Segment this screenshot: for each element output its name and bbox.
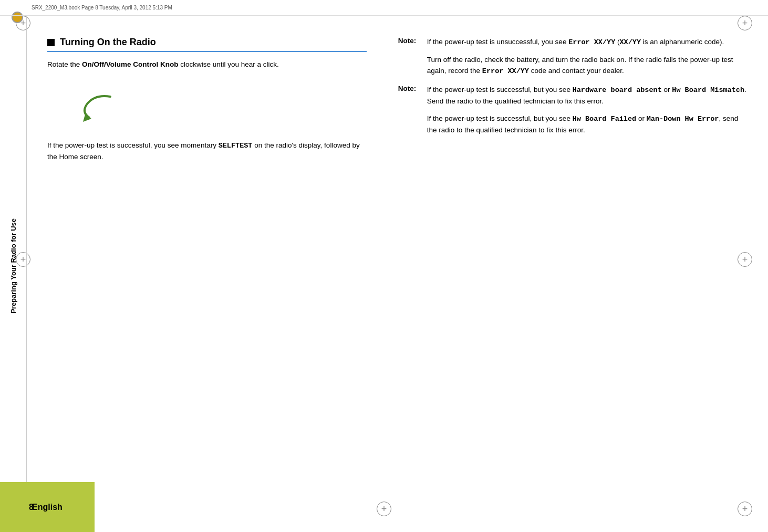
hw-board-mismatch: Hw Board Mismatch bbox=[672, 86, 744, 94]
note-content-2: If the power-up test is successful, but … bbox=[427, 85, 747, 136]
arrow-illustration bbox=[79, 91, 367, 124]
note-label-1: Note: bbox=[398, 37, 427, 77]
note-label-2: Note: bbox=[398, 85, 427, 136]
curved-arrow-icon bbox=[79, 91, 121, 123]
note2-para2: If the power-up test is successful, but … bbox=[427, 113, 747, 136]
man-down-error: Man-Down Hw Error bbox=[647, 115, 719, 123]
header-bar: SRX_2200_M3.book Page 8 Tuesday, April 3… bbox=[0, 0, 768, 16]
error-code-2: XX/YY bbox=[620, 38, 641, 46]
selftest-paragraph: If the power-up test is successful, you … bbox=[47, 140, 367, 163]
header-text: SRX_2200_M3.book Page 8 Tuesday, April 3… bbox=[32, 5, 172, 11]
sidebar-label: Preparing Your Radio for Use bbox=[0, 0, 26, 532]
note1-para1: If the power-up test is unsuccessful, yo… bbox=[427, 37, 747, 48]
left-column: Turning On the Radio Rotate the On/Off/V… bbox=[26, 16, 382, 532]
section-heading: Turning On the Radio bbox=[47, 37, 367, 52]
body-paragraph: Rotate the On/Off/Volume Control Knob cl… bbox=[47, 59, 367, 70]
selftest-code: SELFTEST bbox=[219, 142, 253, 150]
heading-square-icon bbox=[47, 39, 55, 46]
error-code-1: Error XX/YY bbox=[568, 38, 615, 46]
content-area: Turning On the Radio Rotate the On/Off/V… bbox=[26, 16, 768, 532]
body-rest: clockwise until you hear a click. bbox=[179, 60, 279, 68]
section-title: Turning On the Radio bbox=[60, 37, 156, 48]
knob-label: On/Off/Volume Control Knob bbox=[82, 60, 178, 68]
note-block-1: Note: If the power-up test is unsuccessf… bbox=[398, 37, 747, 77]
error-code-3: Error XX/YY bbox=[482, 67, 529, 75]
body-intro: Rotate the bbox=[47, 60, 82, 68]
note-block-2: Note: If the power-up test is successful… bbox=[398, 85, 747, 136]
note1-para2: Turn off the radio, check the battery, a… bbox=[427, 55, 747, 77]
hw-board-absent: Hardware board absent bbox=[573, 86, 662, 94]
hw-board-failed: Hw Board Failed bbox=[573, 115, 637, 123]
selftest-before: If the power-up test is successful, you … bbox=[47, 141, 219, 149]
note2-para1: If the power-up test is successful, but … bbox=[427, 85, 747, 107]
note-content-1: If the power-up test is unsuccessful, yo… bbox=[427, 37, 747, 77]
right-column: Note: If the power-up test is unsuccessf… bbox=[382, 16, 768, 532]
sidebar-label-text: Preparing Your Radio for Use bbox=[9, 218, 17, 314]
